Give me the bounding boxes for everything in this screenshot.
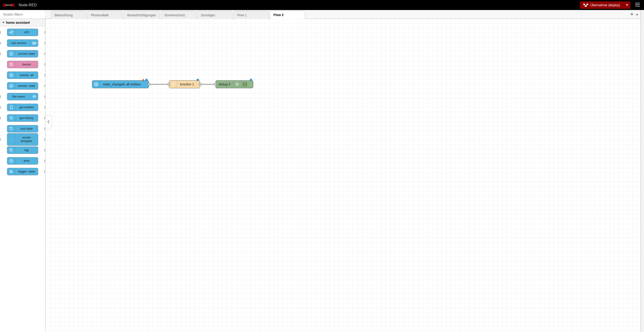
palette-node-events-all[interactable]: events: all (7, 71, 38, 79)
main-menu-button[interactable] (634, 1, 641, 8)
node-input-port[interactable] (214, 83, 217, 85)
workspace: Beleuchtung Photovoltaik Benachrichtigun… (46, 10, 641, 332)
svg-point-29 (96, 84, 96, 85)
tab-sonnenschutz[interactable]: Sonnenschutz (161, 11, 196, 19)
chevron-down-icon (636, 14, 638, 15)
tabs-dropdown-button[interactable] (636, 12, 638, 16)
flow-node-label: debug 3 (216, 82, 233, 86)
node-input-port[interactable] (168, 83, 170, 85)
palette-category-home-assistant[interactable]: home assistant (0, 19, 45, 26)
palette-node-tag[interactable]: tag (7, 146, 38, 154)
palette-search (0, 10, 45, 19)
tag-icon (7, 147, 15, 154)
sliders-icon (7, 168, 15, 175)
plus-icon (630, 12, 634, 15)
svg-rect-9 (635, 6, 640, 6)
flow-node-events-all[interactable]: state_changed: all entities (92, 80, 149, 88)
deploy-icon (583, 3, 588, 7)
svg-point-21 (10, 149, 11, 150)
debug-list-icon (233, 80, 241, 88)
flow-node-function[interactable]: f function 1 (169, 80, 200, 88)
node-red-logo-icon (3, 2, 15, 8)
tab-photovoltaik[interactable]: Photovoltaik (87, 11, 122, 19)
palette-node-time[interactable]: time (7, 157, 38, 165)
chevron-down-icon (2, 21, 5, 24)
app-title: Node-RED (19, 3, 36, 7)
node-status-dot-icon (146, 79, 148, 81)
palette-collapse-button[interactable] (46, 115, 52, 128)
chevron-left-icon (47, 120, 50, 123)
svg-rect-4 (583, 4, 585, 5)
svg-rect-26 (10, 170, 11, 171)
palette-category-label: home assistant (6, 21, 30, 24)
document-icon (7, 104, 15, 111)
svg-point-16 (11, 53, 12, 53)
cube-icon (7, 61, 15, 68)
svg-rect-8 (635, 4, 640, 5)
palette-sidebar: home assistant API call service current … (0, 10, 46, 332)
svg-text:{..}: {..} (9, 138, 13, 141)
clock-icon (7, 157, 15, 164)
function-icon: f (169, 80, 177, 88)
palette-node-trigger-state[interactable]: trigger: state (7, 168, 38, 175)
paper-plane-icon (7, 29, 15, 36)
palette-node-get-history[interactable]: get history (7, 114, 38, 122)
tab-sonstiges[interactable]: Sonstiges (197, 11, 232, 19)
flow-node-debug[interactable]: debug 3 (216, 80, 253, 88)
svg-rect-13 (32, 43, 36, 44)
svg-text:f: f (172, 82, 174, 87)
palette-node-call-service[interactable]: call service (7, 39, 38, 47)
hexagon-icon (92, 80, 100, 88)
flow-node-label: state_changed: all entities (100, 82, 144, 86)
debug-toggle-button[interactable] (241, 80, 248, 88)
palette-node-render-template[interactable]: {..} render template (7, 133, 38, 146)
svg-point-18 (11, 85, 12, 86)
history-icon (7, 115, 15, 121)
info-icon (7, 50, 15, 57)
palette-node-api[interactable]: API (7, 29, 38, 36)
node-output-port[interactable] (148, 83, 150, 85)
node-status-changed-icon (142, 79, 144, 81)
node-output-port[interactable] (199, 83, 201, 85)
broadcast-icon (30, 93, 38, 100)
add-tab-button[interactable] (630, 12, 634, 16)
node-status-dot-icon (197, 79, 199, 81)
svg-rect-28 (10, 172, 11, 173)
svg-rect-12 (32, 42, 36, 43)
palette-node-fire-event[interactable]: fire event (7, 93, 38, 100)
svg-point-3 (11, 5, 12, 5)
right-rail (641, 10, 644, 332)
hamburger-icon (635, 3, 640, 6)
palette-node-device[interactable]: device (7, 61, 38, 68)
tab-flow-2[interactable]: Flow 2 (270, 10, 305, 19)
server-icon (30, 39, 38, 46)
arrow-right-icon (7, 72, 15, 79)
palette-node-current-state[interactable]: current state (7, 50, 38, 57)
deploy-button[interactable]: Übernahme (deploy) (580, 1, 630, 9)
toggle-indicator-icon (243, 82, 247, 86)
svg-point-2 (6, 5, 7, 5)
deploy-dropdown-toggle[interactable] (623, 1, 630, 9)
palette-node-list: API call service current state device (0, 26, 45, 180)
svg-rect-1 (12, 3, 15, 7)
tab-flow-1[interactable]: Flow 1 (234, 11, 269, 19)
workspace-tabs: Beleuchtung Photovoltaik Benachrichtigun… (46, 10, 640, 19)
app-header: Node-RED Übernahme (deploy) (0, 0, 644, 10)
svg-rect-5 (586, 4, 588, 5)
flow-canvas[interactable]: state_changed: all entities f function 1… (46, 19, 640, 332)
app-logo: Node-RED (3, 2, 36, 8)
palette-node-get-entities[interactable]: get entities (7, 104, 38, 111)
svg-rect-7 (635, 3, 640, 3)
palette-search-input[interactable] (3, 12, 48, 16)
tab-benachrichtigungen[interactable]: Benachrichtigungen (124, 11, 160, 19)
hexagon-icon (7, 82, 15, 89)
palette-node-poll-state[interactable]: poll state (7, 125, 38, 132)
refresh-icon (7, 125, 15, 132)
braces-icon: {..} (7, 133, 15, 145)
palette-node-events-state[interactable]: events: state (7, 82, 38, 90)
svg-rect-27 (12, 171, 12, 172)
chevron-down-icon (626, 4, 628, 6)
node-status-dot-icon (250, 79, 252, 81)
svg-rect-0 (3, 3, 6, 7)
tab-beleuchtung[interactable]: Beleuchtung (51, 11, 86, 19)
